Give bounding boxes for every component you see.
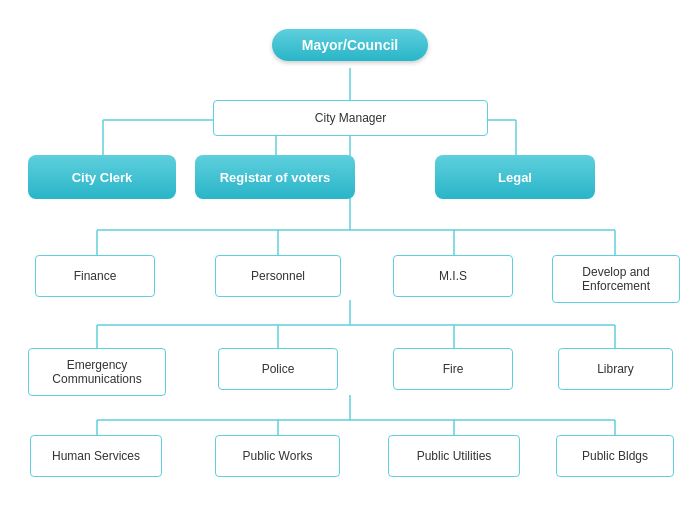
public-bldgs-label: Public Bldgs [556,435,674,477]
police-label: Police [218,348,338,390]
emergency-node: Emergency Communications [28,348,166,396]
emergency-label: Emergency Communications [28,348,166,396]
human-services-label: Human Services [30,435,162,477]
police-node: Police [218,348,338,390]
mis-node: M.I.S [393,255,513,297]
mayor-council-node: Mayor/Council [215,22,485,68]
fire-label: Fire [393,348,513,390]
mis-label: M.I.S [393,255,513,297]
org-chart: Mayor/Council City Manager City Clerk Re… [0,0,700,513]
library-label: Library [558,348,673,390]
registar-label: Registar of voters [195,155,355,199]
public-works-label: Public Works [215,435,340,477]
city-clerk-node: City Clerk [28,155,176,199]
public-utilities-label: Public Utilities [388,435,520,477]
legal-label: Legal [435,155,595,199]
legal-node: Legal [435,155,595,199]
city-manager-node: City Manager [213,100,488,136]
finance-node: Finance [35,255,155,297]
finance-label: Finance [35,255,155,297]
personnel-label: Personnel [215,255,341,297]
personnel-node: Personnel [215,255,341,297]
human-services-node: Human Services [30,435,162,477]
develop-node: Develop and Enforcement [552,255,680,303]
develop-label: Develop and Enforcement [552,255,680,303]
library-node: Library [558,348,673,390]
mayor-council-label: Mayor/Council [272,29,428,61]
city-manager-label: City Manager [213,100,488,136]
city-clerk-label: City Clerk [28,155,176,199]
fire-node: Fire [393,348,513,390]
public-utilities-node: Public Utilities [388,435,520,477]
public-bldgs-node: Public Bldgs [556,435,674,477]
public-works-node: Public Works [215,435,340,477]
registar-node: Registar of voters [195,155,355,199]
